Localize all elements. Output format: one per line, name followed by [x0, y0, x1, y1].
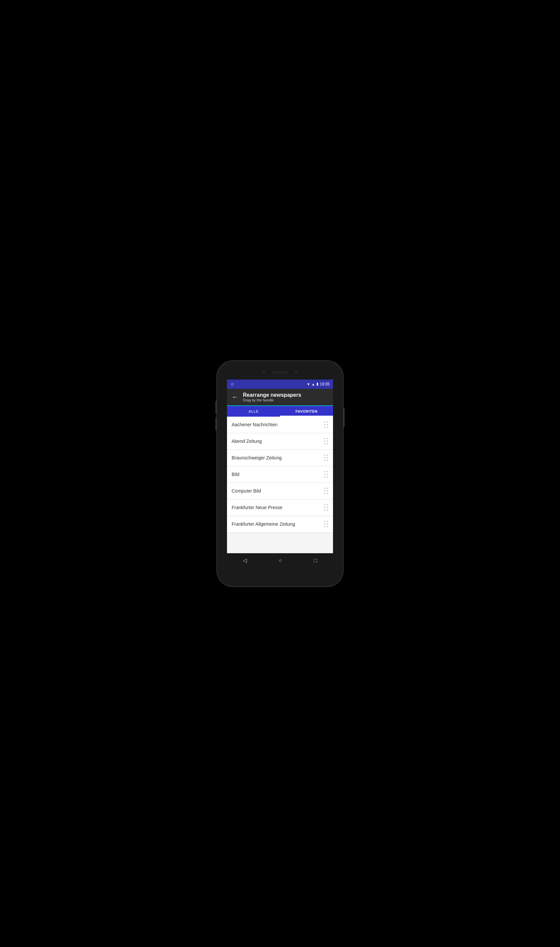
list-item[interactable]: Frankfurter Allgemeine Zeitung: [227, 516, 333, 533]
newspaper-name: Abend Zeitung: [232, 439, 262, 444]
status-bar-right: ▼ ▲ ▮ 19:05: [306, 382, 330, 386]
clock: 19:05: [320, 382, 330, 386]
wifi-icon: ▼: [306, 382, 310, 386]
home-nav-button[interactable]: ○: [278, 557, 282, 564]
list-item[interactable]: Aachener Nachrichten: [227, 417, 333, 433]
back-button[interactable]: ←: [232, 393, 238, 401]
page-title: Rearrange newspapers: [243, 392, 301, 398]
tab-alle[interactable]: ALLE: [227, 406, 280, 417]
phone-screen: ☆ ▼ ▲ ▮ 19:05 ← Rearrange newspapers Dra…: [227, 380, 333, 568]
sensor: [295, 371, 298, 374]
phone-frame: ☆ ▼ ▲ ▮ 19:05 ← Rearrange newspapers Dra…: [217, 361, 343, 587]
list-item[interactable]: Frankfurter Neue Presse: [227, 499, 333, 516]
list-item[interactable]: Computer Bild: [227, 483, 333, 499]
drag-handle[interactable]: [324, 488, 328, 494]
vol-down-button: [215, 417, 217, 431]
list-item[interactable]: Bild: [227, 467, 333, 483]
toolbar-titles: Rearrange newspapers Drag by the handle: [243, 392, 301, 402]
vol-up-button: [215, 401, 217, 414]
drag-handle[interactable]: [324, 454, 328, 461]
back-nav-button[interactable]: ◁: [243, 557, 247, 564]
front-camera: [262, 371, 265, 374]
drag-handle[interactable]: [324, 521, 328, 528]
newspaper-name: Frankfurter Neue Presse: [232, 505, 282, 510]
signal-icon: ▲: [311, 382, 315, 386]
tab-favoriten[interactable]: FAVORITEN: [280, 406, 333, 417]
tab-bar: ALLE FAVORITEN: [227, 406, 333, 417]
newspaper-list: Aachener Nachrichten Abend Zeitung Braun…: [227, 417, 333, 553]
newspaper-name: Computer Bild: [232, 488, 261, 494]
speaker: [272, 371, 288, 374]
recents-nav-button[interactable]: □: [314, 557, 317, 564]
drag-handle[interactable]: [324, 438, 328, 445]
newspaper-name: Bild: [232, 472, 239, 477]
android-icon: ☆: [230, 382, 235, 387]
drag-handle[interactable]: [324, 421, 328, 428]
drag-handle[interactable]: [324, 471, 328, 478]
status-bar: ☆ ▼ ▲ ▮ 19:05: [227, 380, 333, 389]
newspaper-name: Frankfurter Allgemeine Zeitung: [232, 521, 295, 527]
toolbar: ← Rearrange newspapers Drag by the handl…: [227, 389, 333, 406]
battery-icon: ▮: [317, 382, 318, 386]
bottom-nav: ◁ ○ □: [227, 553, 333, 568]
page-subtitle: Drag by the handle: [243, 398, 301, 402]
status-bar-left: ☆: [230, 382, 235, 387]
newspaper-name: Braunschweiger Zeitung: [232, 455, 282, 460]
drag-handle[interactable]: [324, 504, 328, 511]
list-item[interactable]: Braunschweiger Zeitung: [227, 450, 333, 467]
list-item[interactable]: Abend Zeitung: [227, 433, 333, 450]
newspaper-name: Aachener Nachrichten: [232, 422, 278, 427]
power-button: [343, 407, 345, 427]
phone-top: [217, 361, 343, 381]
